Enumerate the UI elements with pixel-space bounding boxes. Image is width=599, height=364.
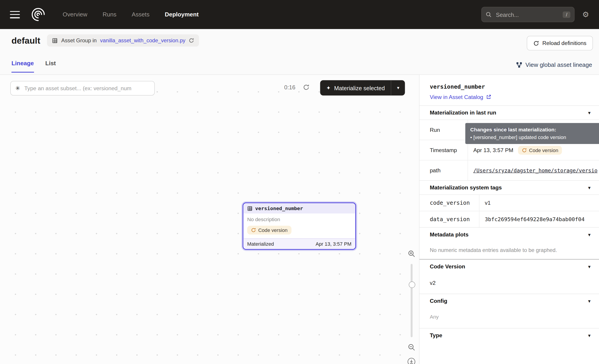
tooltip-title: Changes since last materialization: bbox=[470, 127, 599, 132]
data-version-row: data_version 3bfc269594ef649228e9a74bab0… bbox=[419, 211, 599, 227]
asset-details-panel: versioned_number View in Asset Catalog M… bbox=[419, 75, 599, 364]
nav-item-runs[interactable]: Runs bbox=[103, 11, 116, 18]
section-title: Materialization in last run bbox=[430, 110, 496, 116]
section-config[interactable]: Config ▾ bbox=[419, 294, 599, 308]
zoom-slider-track[interactable] bbox=[411, 264, 413, 337]
search-icon bbox=[485, 11, 492, 17]
code-version-tag: Code version bbox=[518, 146, 562, 155]
search-shortcut-hint: / bbox=[563, 11, 570, 18]
page-header: default Asset Group in vanilla_asset_wit… bbox=[11, 35, 199, 47]
download-view-icon[interactable] bbox=[407, 357, 416, 364]
graph-query-icon: ✳ bbox=[15, 85, 20, 92]
sync-icon bbox=[251, 228, 256, 233]
asset-group-prefix: Asset Group in bbox=[61, 37, 97, 43]
timestamp-label: Timestamp bbox=[419, 140, 468, 160]
page-title: default bbox=[11, 35, 40, 46]
zoom-slider[interactable] bbox=[407, 261, 415, 340]
run-label: Run bbox=[419, 120, 468, 140]
asset-group-file-link[interactable]: vanilla_asset_with_code_version.py bbox=[100, 37, 185, 43]
section-title: Type bbox=[430, 332, 442, 338]
chevron-down-icon[interactable]: ▾ bbox=[588, 264, 591, 269]
materialized-timestamp: Apr 13, 3:57 PM bbox=[316, 241, 352, 247]
panel-asset-title: versioned_number bbox=[430, 83, 589, 90]
code-version-key: code_version bbox=[419, 195, 479, 211]
reload-definitions-button[interactable]: Reload definitions bbox=[527, 36, 593, 51]
section-metadata-plots[interactable]: Metadata plots ▾ bbox=[419, 227, 599, 241]
tab-lineage[interactable]: Lineage bbox=[11, 60, 34, 73]
section-title: Metadata plots bbox=[430, 232, 468, 238]
metadata-empty-state: No numeric metadata entries available to… bbox=[419, 241, 599, 259]
asset-group-chip: Asset Group in vanilla_asset_with_code_v… bbox=[47, 35, 199, 47]
view-in-asset-catalog-link[interactable]: View in Asset Catalog bbox=[430, 94, 491, 100]
dagster-logo-icon[interactable] bbox=[30, 6, 47, 23]
materialize-selected-label: Materialize selected bbox=[334, 85, 385, 91]
code-version-value: v1 bbox=[479, 195, 599, 211]
materialize-selected-button[interactable]: ✦ Materialize selected bbox=[320, 80, 391, 95]
materialize-dropdown-caret[interactable]: ▾ bbox=[391, 80, 405, 95]
asset-node-body: No description Code version bbox=[243, 214, 355, 238]
section-title: Config bbox=[430, 298, 447, 304]
top-nav: Overview Runs Assets Deployment / ⚙ bbox=[0, 0, 599, 29]
asset-node-name: versioned_number bbox=[255, 205, 303, 211]
nav-item-assets[interactable]: Assets bbox=[132, 11, 150, 18]
zoom-slider-handle[interactable] bbox=[409, 281, 415, 288]
hamburger-menu-icon[interactable] bbox=[10, 11, 20, 18]
tooltip-body: • [versioned_number] updated code versio… bbox=[470, 135, 599, 140]
view-tabs: Lineage List bbox=[11, 60, 56, 73]
nav-links: Overview Runs Assets Deployment bbox=[62, 11, 198, 18]
lineage-graph-canvas[interactable]: ✳ 0:16 ✦ Materialize selected ▾ versione… bbox=[0, 75, 419, 364]
tab-list[interactable]: List bbox=[45, 60, 56, 73]
refresh-graph-icon[interactable] bbox=[303, 84, 309, 90]
chevron-down-icon[interactable]: ▾ bbox=[588, 110, 591, 115]
storage-path-link[interactable]: /Users/sryza/dagster_home/storage/versio bbox=[473, 167, 598, 173]
chevron-down-icon[interactable]: ▾ bbox=[588, 332, 591, 338]
reload-group-icon[interactable] bbox=[189, 38, 194, 43]
zoom-controls bbox=[405, 250, 418, 364]
section-title: Materialization system tags bbox=[430, 184, 502, 191]
chevron-down-icon[interactable]: ▾ bbox=[588, 232, 591, 237]
asset-grid-icon bbox=[247, 206, 253, 211]
zoom-out-icon[interactable] bbox=[407, 343, 416, 351]
section-materialization-in-last-run[interactable]: Materialization in last run ▾ bbox=[419, 105, 599, 120]
app-window: Overview Runs Assets Deployment / ⚙ defa… bbox=[0, 0, 599, 364]
materialize-button-group: ✦ Materialize selected ▾ bbox=[320, 80, 405, 95]
asset-node-status-row: Materialized Apr 13, 3:57 PM bbox=[243, 238, 355, 249]
settings-gear-icon[interactable]: ⚙ bbox=[582, 10, 589, 19]
asset-group-grid-icon bbox=[52, 38, 58, 43]
materialized-status-label: Materialized bbox=[247, 241, 274, 247]
lineage-graph-icon bbox=[516, 62, 522, 68]
code-version-tag-label: Code version bbox=[258, 227, 288, 233]
nav-item-overview[interactable]: Overview bbox=[62, 11, 87, 18]
timestamp-value: Apr 13, 3:57 PM bbox=[473, 147, 513, 153]
search-box[interactable]: / bbox=[481, 7, 574, 22]
asset-node-header: versioned_number bbox=[243, 203, 355, 214]
path-row: path /Users/sryza/dagster_home/storage/v… bbox=[419, 160, 599, 180]
config-value: Any bbox=[419, 308, 599, 328]
code-version-tag-label: Code version bbox=[529, 147, 558, 153]
code-version-tag: Code version bbox=[247, 226, 291, 234]
zoom-in-icon[interactable] bbox=[407, 250, 416, 258]
data-version-key: data_version bbox=[419, 211, 479, 227]
path-label: path bbox=[419, 160, 468, 180]
section-materialization-system-tags[interactable]: Materialization system tags ▾ bbox=[419, 180, 599, 194]
view-global-asset-lineage-label: View global asset lineage bbox=[525, 61, 592, 68]
section-title: Code Version bbox=[430, 263, 465, 269]
changes-tooltip: Changes since last materialization: • [v… bbox=[465, 123, 599, 144]
external-link-icon bbox=[486, 94, 491, 100]
asset-subset-input[interactable]: ✳ bbox=[10, 81, 155, 95]
section-code-version[interactable]: Code Version ▾ bbox=[419, 259, 599, 274]
chevron-down-icon[interactable]: ▾ bbox=[588, 298, 591, 304]
search-input[interactable] bbox=[495, 11, 559, 18]
section-type[interactable]: Type ▾ bbox=[419, 328, 599, 342]
asset-node-versioned-number[interactable]: versioned_number No description Code ver… bbox=[243, 202, 356, 250]
chevron-down-icon[interactable]: ▾ bbox=[588, 185, 591, 190]
view-global-asset-lineage-link[interactable]: View global asset lineage bbox=[516, 61, 592, 68]
refresh-icon bbox=[533, 40, 539, 46]
asset-subset-field[interactable] bbox=[24, 85, 150, 92]
reload-definitions-label: Reload definitions bbox=[542, 40, 586, 46]
code-version-current-value: v2 bbox=[419, 274, 599, 294]
code-version-row: code_version v1 bbox=[419, 194, 599, 211]
sync-icon bbox=[522, 147, 527, 153]
sparkle-icon: ✦ bbox=[326, 85, 331, 91]
nav-item-deployment[interactable]: Deployment bbox=[165, 11, 199, 18]
